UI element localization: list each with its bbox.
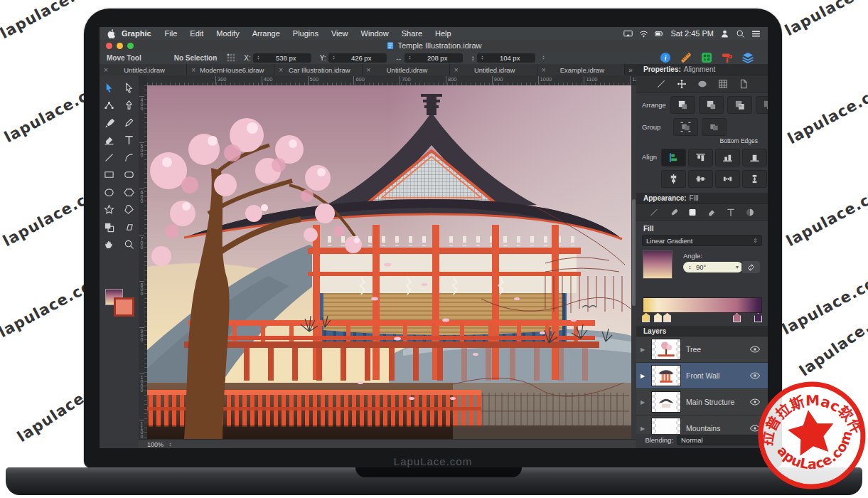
brush-mode-icon[interactable] bbox=[668, 208, 678, 217]
tab-close-icon[interactable]: × bbox=[187, 66, 200, 74]
bring-forward-button[interactable] bbox=[699, 96, 724, 114]
display-icon[interactable] bbox=[623, 29, 633, 38]
line-tool[interactable] bbox=[100, 149, 119, 166]
tab-5[interactable]: ×Example.idraw bbox=[537, 64, 624, 75]
menu-item-share[interactable]: Share bbox=[395, 29, 429, 38]
disclosure-triangle-icon[interactable]: ▶ bbox=[641, 373, 646, 379]
anchor-grid-icon[interactable] bbox=[227, 53, 235, 62]
shadow-mode-icon[interactable] bbox=[745, 208, 755, 217]
gradient-stop-4[interactable] bbox=[754, 313, 762, 322]
layer-row-front-wall[interactable]: ▶Front Wall bbox=[636, 363, 768, 389]
layers-icon[interactable] bbox=[742, 52, 754, 63]
pen-mode-icon[interactable] bbox=[656, 79, 666, 89]
menu-item-edit[interactable]: Edit bbox=[183, 29, 210, 38]
field-stepper-icon[interactable] bbox=[407, 54, 412, 61]
node-tool[interactable] bbox=[100, 97, 119, 115]
tabs-overflow-button[interactable]: » bbox=[625, 64, 636, 75]
battery-icon[interactable] bbox=[655, 29, 664, 38]
app-menu[interactable]: Graphic bbox=[116, 29, 159, 38]
tab-1[interactable]: ×ModernHouse6.idraw bbox=[187, 64, 274, 75]
vertical-scrollbar[interactable] bbox=[631, 85, 636, 439]
freeform-tool[interactable] bbox=[119, 201, 139, 219]
tab-3[interactable]: ×Untitled.idraw bbox=[363, 64, 449, 75]
text-mode-icon[interactable] bbox=[726, 208, 736, 217]
arc-tool[interactable] bbox=[119, 149, 139, 166]
send-backward-button[interactable] bbox=[727, 96, 752, 114]
reverse-gradient-button[interactable] bbox=[741, 261, 760, 273]
layer-row-tree[interactable]: ▶Tree bbox=[636, 337, 768, 363]
field-input[interactable]: 538 px bbox=[253, 53, 311, 63]
boolean-tool[interactable] bbox=[100, 218, 119, 236]
star-tool[interactable] bbox=[100, 201, 119, 219]
gradient-stop-2[interactable] bbox=[663, 313, 671, 322]
menu-item-window[interactable]: Window bbox=[355, 29, 395, 38]
zoom-tool[interactable] bbox=[119, 236, 139, 254]
tab-0[interactable]: ×Untitled.idraw bbox=[100, 64, 186, 75]
skew-tool[interactable] bbox=[119, 218, 139, 236]
eraser-tool[interactable] bbox=[100, 132, 119, 149]
align-center-vertical-button[interactable] bbox=[688, 170, 713, 188]
tab-4[interactable]: ×Untitled.idraw bbox=[450, 64, 537, 75]
tab-close-icon[interactable]: × bbox=[450, 66, 463, 74]
menu-item-plugins[interactable]: Plugins bbox=[286, 29, 325, 38]
width-tool[interactable] bbox=[119, 97, 139, 115]
tab-close-icon[interactable]: × bbox=[274, 66, 287, 74]
distribute-horizontal-button[interactable] bbox=[715, 170, 740, 188]
layer-row-mountains[interactable]: ▶Mountains bbox=[636, 415, 768, 434]
align-bottom-button[interactable] bbox=[742, 149, 767, 166]
align-top-button[interactable] bbox=[688, 149, 713, 166]
direct-selection-tool[interactable] bbox=[119, 79, 139, 97]
disclosure-triangle-icon[interactable]: ▶ bbox=[641, 399, 646, 406]
shape-mode-icon[interactable] bbox=[697, 79, 707, 89]
stepper-icon[interactable] bbox=[541, 54, 546, 61]
color-swatches[interactable] bbox=[105, 289, 134, 316]
field-input[interactable]: 104 px bbox=[477, 53, 535, 63]
rectangle-tool[interactable] bbox=[100, 166, 119, 184]
menu-item-view[interactable]: View bbox=[325, 29, 355, 38]
stroke-color-swatch[interactable] bbox=[114, 297, 134, 317]
shapes-icon[interactable] bbox=[701, 52, 712, 63]
rounded-rectangle-tool[interactable] bbox=[119, 166, 139, 184]
menu-item-help[interactable]: Help bbox=[429, 29, 458, 38]
tab-2[interactable]: ×Car Illustration.idraw bbox=[274, 64, 361, 75]
grid-mode-icon[interactable] bbox=[718, 79, 728, 89]
distribute-vertical-button[interactable] bbox=[742, 170, 767, 188]
scrollbar-thumb[interactable] bbox=[632, 199, 636, 306]
stroke-mode-icon[interactable] bbox=[649, 208, 659, 217]
hand-tool[interactable] bbox=[100, 236, 119, 254]
field-stepper-icon[interactable] bbox=[331, 54, 336, 61]
brush-tool[interactable] bbox=[100, 114, 119, 132]
canvas-artwork[interactable] bbox=[147, 85, 631, 439]
menu-item-file[interactable]: File bbox=[159, 29, 184, 38]
ruler-icon[interactable] bbox=[680, 52, 692, 63]
polygon-tool[interactable] bbox=[119, 184, 139, 201]
blending-select[interactable]: Normal bbox=[677, 435, 762, 445]
zoom-level[interactable]: 100% bbox=[147, 441, 164, 448]
doc-mode-icon[interactable] bbox=[739, 79, 749, 89]
align-left-button[interactable] bbox=[661, 149, 686, 166]
field-input[interactable]: 426 px bbox=[328, 53, 387, 63]
zoom-stepper-icon[interactable] bbox=[168, 441, 173, 448]
ungroup-button[interactable] bbox=[702, 118, 727, 136]
move-mode-icon[interactable] bbox=[677, 79, 687, 89]
send-to-back-button[interactable] bbox=[756, 96, 768, 114]
gradient-stop-3[interactable] bbox=[733, 313, 741, 322]
align-center-horizontal-button[interactable] bbox=[661, 170, 686, 188]
gradient-stop-1[interactable] bbox=[654, 313, 662, 322]
gradient-preview-swatch[interactable] bbox=[643, 250, 673, 279]
disclosure-triangle-icon[interactable]: ▶ bbox=[641, 425, 646, 432]
angle-field[interactable]: 90° ▾ bbox=[683, 262, 743, 272]
menu-item-modify[interactable]: Modify bbox=[210, 29, 245, 38]
align-bottom-edges-button[interactable] bbox=[715, 149, 740, 166]
eye-icon[interactable] bbox=[749, 370, 761, 381]
bring-to-front-button[interactable] bbox=[670, 96, 695, 114]
tab-close-icon[interactable]: × bbox=[100, 66, 112, 74]
tab-close-icon[interactable]: × bbox=[363, 66, 375, 74]
text-tool[interactable] bbox=[119, 132, 139, 149]
group-button[interactable] bbox=[673, 118, 698, 136]
field-input[interactable]: 208 px bbox=[404, 53, 463, 63]
menu-clock[interactable]: Sat 2:45 PM bbox=[670, 29, 714, 38]
ellipse-tool[interactable] bbox=[100, 184, 119, 201]
eraser-mode-icon[interactable] bbox=[707, 208, 717, 217]
gradient-stop-0[interactable] bbox=[642, 313, 650, 322]
